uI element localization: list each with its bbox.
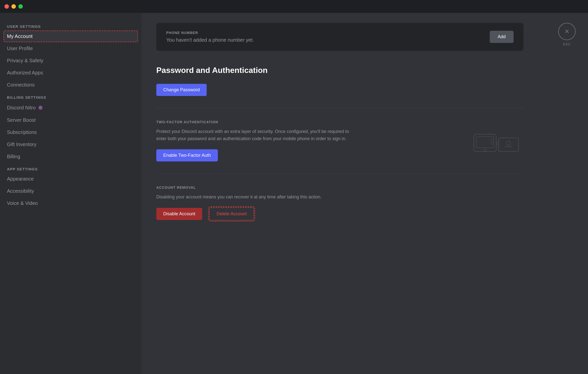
sidebar-item-discord-nitro[interactable]: Discord Nitro ⊛ <box>3 101 138 114</box>
svg-point-2 <box>484 149 486 151</box>
sidebar-item-label: Accessibility <box>7 188 34 194</box>
phone-number-value: You haven't added a phone number yet. <box>166 37 254 43</box>
two-factor-description: Protect your Discord account with an ext… <box>156 128 355 142</box>
sidebar-item-connections[interactable]: Connections <box>3 79 138 91</box>
sidebar-item-accessibility[interactable]: Accessibility <box>3 185 138 197</box>
sidebar-item-user-profile[interactable]: User Profile <box>3 43 138 54</box>
two-factor-label: TWO-FACTOR AUTHENTICATION <box>156 120 523 124</box>
content-area: ✕ ESC PHONE NUMBER You haven't added a p… <box>141 13 588 374</box>
content-inner: ✕ ESC PHONE NUMBER You haven't added a p… <box>141 23 538 240</box>
account-removal-label: ACCOUNT REMOVAL <box>156 186 523 189</box>
billing-settings-label: BILLING SETTINGS <box>3 91 138 101</box>
divider-2 <box>156 173 523 174</box>
traffic-lights <box>4 4 23 9</box>
security-illustration <box>471 129 521 156</box>
minimize-button[interactable] <box>11 4 16 9</box>
user-settings-label: USER SETTINGS <box>3 20 138 30</box>
twofa-illustration <box>469 128 523 158</box>
divider-1 <box>156 108 523 108</box>
close-icon: ✕ <box>564 28 569 35</box>
sidebar-item-subscriptions[interactable]: Subscriptions <box>3 126 138 138</box>
svg-rect-1 <box>476 137 494 148</box>
sidebar-item-server-boost[interactable]: Server Boost <box>3 114 138 126</box>
twofa-text: Protect your Discord account with an ext… <box>156 128 459 161</box>
title-bar <box>0 0 588 13</box>
sidebar-item-label: Voice & Video <box>7 200 38 206</box>
sidebar-item-label: My Account <box>7 33 33 39</box>
delete-account-button[interactable]: Delete Account <box>209 207 254 220</box>
sidebar-item-label: Billing <box>7 154 20 159</box>
sidebar-item-label: Server Boost <box>7 117 36 123</box>
svg-rect-5 <box>505 146 512 147</box>
account-removal-section: ACCOUNT REMOVAL Disabling your account m… <box>156 186 523 221</box>
account-removal-buttons: Disable Account Delete Account <box>156 207 523 220</box>
twofa-row: Protect your Discord account with an ext… <box>156 128 523 161</box>
svg-point-4 <box>507 141 511 145</box>
phone-number-section: PHONE NUMBER You haven't added a phone n… <box>156 23 523 51</box>
two-factor-section: TWO-FACTOR AUTHENTICATION Protect your D… <box>156 120 523 161</box>
svg-point-7 <box>497 142 498 144</box>
account-removal-description: Disabling your account means you can rec… <box>156 193 355 201</box>
maximize-button[interactable] <box>18 4 23 9</box>
disable-account-button[interactable]: Disable Account <box>156 208 202 220</box>
password-section: Password and Authentication Change Passw… <box>156 66 523 96</box>
sidebar-item-label: Appearance <box>7 176 34 182</box>
esc-button-wrap: ✕ ESC <box>558 23 576 46</box>
nitro-icon: ⊛ <box>38 104 43 111</box>
sidebar: USER SETTINGS My Account User Profile Pr… <box>0 13 141 374</box>
sidebar-item-appearance[interactable]: Appearance <box>3 173 138 185</box>
add-phone-button[interactable]: Add <box>490 31 514 43</box>
phone-info: PHONE NUMBER You haven't added a phone n… <box>166 31 254 43</box>
sidebar-item-label: User Profile <box>7 46 33 51</box>
close-button[interactable] <box>4 4 9 9</box>
sidebar-item-label: Subscriptions <box>7 129 37 135</box>
password-section-heading: Password and Authentication <box>156 66 523 75</box>
sidebar-item-label: Discord Nitro <box>7 105 36 111</box>
enable-twofa-button[interactable]: Enable Two-Factor Auth <box>156 149 218 161</box>
app-settings-label: APP SETTINGS <box>3 163 138 173</box>
change-password-button[interactable]: Change Password <box>156 84 207 96</box>
app-body: USER SETTINGS My Account User Profile Pr… <box>0 13 588 374</box>
esc-label: ESC <box>563 42 571 46</box>
sidebar-item-privacy-safety[interactable]: Privacy & Safety <box>3 55 138 66</box>
sidebar-item-gift-inventory[interactable]: Gift Inventory <box>3 139 138 150</box>
sidebar-item-my-account[interactable]: My Account <box>3 31 138 42</box>
sidebar-item-billing[interactable]: Billing <box>3 151 138 162</box>
sidebar-item-authorized-apps[interactable]: Authorized Apps <box>3 67 138 79</box>
sidebar-item-label: Gift Inventory <box>7 142 36 147</box>
phone-number-label: PHONE NUMBER <box>166 31 254 35</box>
sidebar-item-voice-video[interactable]: Voice & Video <box>3 197 138 209</box>
sidebar-item-label: Connections <box>7 82 34 88</box>
sidebar-item-label: Privacy & Safety <box>7 58 43 63</box>
sidebar-item-label: Authorized Apps <box>7 70 43 76</box>
esc-button[interactable]: ✕ <box>558 23 576 40</box>
